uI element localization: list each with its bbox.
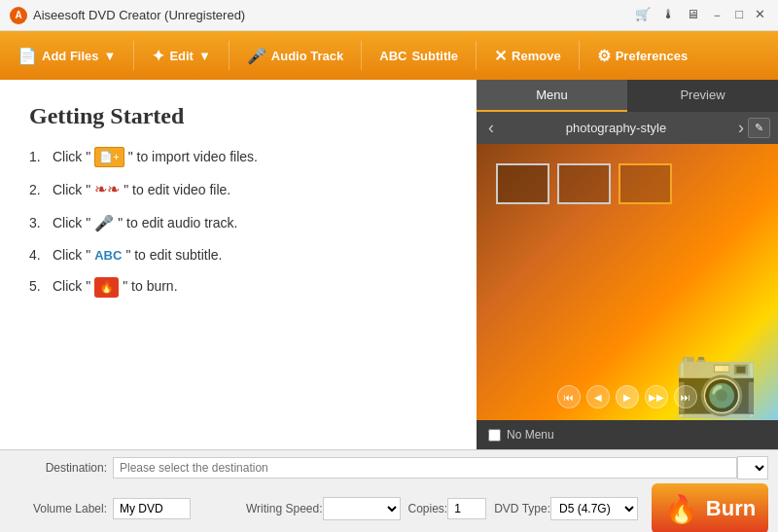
edit-button[interactable]: ✦ Edit ▼: [142, 41, 220, 71]
step-5-pre: Click ": [53, 277, 90, 297]
preferences-button[interactable]: ⚙ Preferences: [587, 41, 697, 71]
step-5: 5. Click " 🔥 " to burn.: [29, 277, 447, 298]
toolbar-divider-2: [229, 41, 230, 70]
menu-preview-tabs: Menu Preview: [477, 80, 778, 112]
step-3-post: " to edit audio track.: [118, 214, 237, 233]
getting-started-title: Getting Started: [29, 103, 447, 129]
right-panel: Menu Preview ‹ photography-style › ✎ 📷: [477, 80, 778, 449]
audio-step-icon: 🎤: [94, 213, 114, 234]
minimize-button[interactable]: －: [708, 7, 726, 24]
burn-step-icon: 🔥: [94, 277, 119, 298]
player-controls: ⏮ ◀ ▶ ▶▶ ⏭: [557, 385, 697, 408]
fast-forward-button[interactable]: ▶▶: [645, 385, 668, 408]
title-bar-controls[interactable]: 🛒 🌡 🖥 － □ ✕: [632, 7, 768, 24]
burn-flame-icon: 🔥: [664, 493, 698, 525]
copies-label: Copies:: [408, 502, 448, 515]
rewind-button[interactable]: ◀: [586, 385, 610, 408]
step-5-icon: 🔥: [94, 277, 119, 298]
add-files-dropdown-icon[interactable]: ▼: [104, 49, 117, 63]
step-1: 1. Click " 📄+ " to import video files.: [29, 147, 447, 167]
photo-thumb-1: [496, 163, 549, 204]
subtitle-label: Subtitle: [411, 49, 458, 63]
destination-dropdown[interactable]: [737, 456, 768, 479]
title-bar-left: A Aiseesoft DVD Creator (Unregistered): [10, 7, 245, 24]
app-title: Aiseesoft DVD Creator (Unregistered): [33, 8, 245, 22]
step-4-post: " to edit subtitle.: [125, 246, 222, 266]
monitor-icon[interactable]: 🖥: [684, 7, 702, 24]
dvd-type-label: DVD Type:: [494, 502, 550, 515]
menu-nav-right-arrow[interactable]: ›: [734, 118, 748, 138]
toolbar-divider-5: [579, 41, 580, 70]
toolbar-divider-3: [361, 41, 362, 70]
edit-dropdown-icon[interactable]: ▼: [198, 49, 211, 63]
destination-input[interactable]: [113, 457, 737, 479]
skip-forward-button[interactable]: ⏭: [674, 385, 697, 408]
step-3: 3. Click " 🎤 " to edit audio track.: [29, 213, 447, 234]
destination-label: Destination:: [10, 461, 107, 475]
step-list: 1. Click " 📄+ " to import video files. 2…: [29, 147, 447, 298]
step-2: 2. Click " ❧❧ " to edit video file.: [29, 179, 447, 200]
step-2-post: " to edit video file.: [124, 181, 230, 200]
toolbar-divider-1: [133, 41, 134, 70]
step-5-num: 5.: [29, 277, 47, 297]
edit-step-icon: ❧❧: [94, 179, 120, 200]
menu-photo-background: 📷 ⏮ ◀ ▶ ▶▶ ⏭: [477, 144, 778, 420]
menu-preview-area: 📷 ⏮ ◀ ▶ ▶▶ ⏭: [477, 144, 778, 420]
destination-row: Destination:: [10, 456, 768, 479]
no-menu-label: No Menu: [507, 428, 554, 442]
photo-thumb-3: [619, 163, 672, 204]
bottom-area: Destination: Volume Label: Writing Speed…: [0, 449, 778, 532]
add-files-button[interactable]: 📄 Add Files ▼: [8, 41, 125, 71]
edit-label: Edit: [169, 49, 194, 63]
tab-menu[interactable]: Menu: [477, 80, 627, 112]
left-panel: Getting Started 1. Click " 📄+ " to impor…: [0, 80, 477, 449]
step-4-pre: Click ": [53, 246, 90, 266]
no-menu-row: No Menu: [477, 420, 778, 449]
add-files-icon: 📄: [18, 47, 37, 65]
options-row: Volume Label: Writing Speed: Copies: DVD…: [10, 483, 768, 532]
volume-label-input[interactable]: [113, 498, 191, 519]
step-1-post: " to import video files.: [128, 148, 258, 167]
tab-preview[interactable]: Preview: [627, 80, 778, 112]
play-button[interactable]: ▶: [616, 385, 639, 408]
step-4-icon: ABC: [94, 247, 122, 265]
step-2-icon: ❧❧: [94, 179, 120, 200]
toolbar: 📄 Add Files ▼ ✦ Edit ▼ 🎤 Audio Track ABC…: [0, 31, 778, 80]
burn-button[interactable]: 🔥 Burn: [652, 483, 768, 532]
step-3-icon: 🎤: [94, 213, 114, 234]
step-3-num: 3.: [29, 214, 47, 233]
edit-icon: ✦: [152, 47, 164, 65]
volume-label-label: Volume Label:: [10, 502, 107, 515]
main-content: Getting Started 1. Click " 📄+ " to impor…: [0, 80, 778, 449]
thermometer-icon[interactable]: 🌡: [659, 7, 678, 24]
menu-nav-edit-button[interactable]: ✎: [748, 118, 770, 138]
add-files-label: Add Files: [42, 49, 99, 63]
step-4-num: 4.: [29, 246, 47, 266]
maximize-button[interactable]: □: [732, 7, 746, 24]
subtitle-button[interactable]: ABC Subtitle: [370, 43, 468, 69]
preferences-label: Preferences: [616, 49, 688, 63]
add-files-step-icon: 📄+: [94, 147, 124, 167]
menu-nav-title: photography-style: [498, 121, 734, 135]
audio-track-button[interactable]: 🎤 Audio Track: [237, 41, 353, 71]
subtitle-step-icon: ABC: [94, 247, 122, 265]
step-4: 4. Click " ABC " to edit subtitle.: [29, 246, 447, 266]
menu-nav: ‹ photography-style › ✎: [477, 112, 778, 144]
dvd-type-select[interactable]: D5 (4.7G): [550, 497, 638, 520]
remove-label: Remove: [512, 49, 561, 63]
no-menu-checkbox[interactable]: [488, 429, 501, 442]
title-bar: A Aiseesoft DVD Creator (Unregistered) 🛒…: [0, 0, 778, 31]
close-button[interactable]: ✕: [752, 7, 768, 24]
step-1-icon: 📄+: [94, 147, 124, 167]
step-2-num: 2.: [29, 181, 47, 200]
writing-speed-label: Writing Speed:: [246, 502, 323, 515]
menu-nav-left-arrow[interactable]: ‹: [484, 118, 498, 138]
cart-icon[interactable]: 🛒: [632, 7, 654, 24]
remove-button[interactable]: ✕ Remove: [484, 41, 571, 71]
step-2-pre: Click ": [53, 181, 90, 200]
toolbar-divider-4: [476, 41, 477, 70]
writing-speed-select[interactable]: [323, 497, 401, 520]
copies-input[interactable]: [447, 498, 486, 519]
burn-label: Burn: [706, 496, 756, 521]
skip-back-button[interactable]: ⏮: [557, 385, 581, 408]
